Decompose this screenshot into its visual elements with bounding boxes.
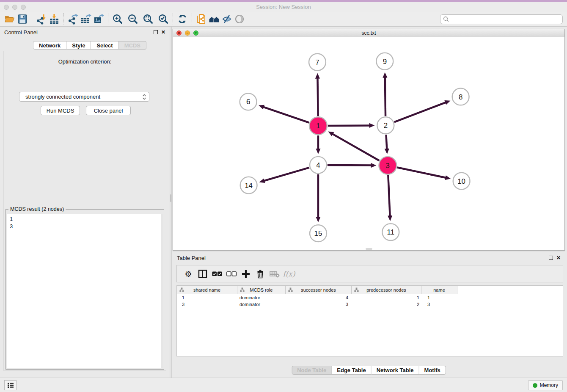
close-panel-icon[interactable]: ✕ xyxy=(161,30,165,35)
table-header-row: shared name MCDS role successor nodes pr… xyxy=(177,286,563,294)
cell-mcds-role[interactable]: dominator xyxy=(237,294,286,301)
select-all-columns-icon[interactable] xyxy=(210,268,224,280)
import-table-icon[interactable] xyxy=(48,13,61,25)
column-header-predecessor-nodes[interactable]: predecessor nodes xyxy=(352,286,421,294)
delete-table-icon[interactable] xyxy=(267,268,282,280)
search-input[interactable] xyxy=(440,14,563,24)
table-settings-icon[interactable]: ⚙ xyxy=(181,268,195,280)
graph-node-label: 15 xyxy=(314,229,322,237)
memory-button[interactable]: Memory xyxy=(528,380,563,390)
graph-edge[interactable] xyxy=(386,135,387,149)
mcds-result-value: 3 xyxy=(10,223,163,230)
column-header-shared-name[interactable]: shared name xyxy=(177,286,237,294)
tab-motifs[interactable]: Motifs xyxy=(419,366,446,375)
cell-shared-name[interactable]: 1 xyxy=(177,294,237,301)
cell-mcds-role[interactable]: dominator xyxy=(237,301,286,308)
graph-node-label: 11 xyxy=(387,228,395,236)
optimization-criterion-select[interactable]: strongly connected component xyxy=(19,92,149,102)
zoom-fit-icon[interactable] xyxy=(142,13,154,25)
table-toolbar: ⚙ f(x) xyxy=(176,265,563,282)
table-row[interactable]: 3 dominator 3 2 3 xyxy=(177,301,563,308)
save-session-icon[interactable] xyxy=(16,13,29,25)
graph-edge[interactable] xyxy=(385,77,385,116)
split-columns-icon[interactable] xyxy=(195,268,210,280)
graph-node-label: 10 xyxy=(457,177,465,185)
tab-select[interactable]: Select xyxy=(91,41,118,50)
cell-name[interactable]: 3 xyxy=(421,301,457,308)
tab-network-table[interactable]: Network Table xyxy=(372,366,419,375)
graph-edge[interactable] xyxy=(397,168,446,178)
graph-edge[interactable] xyxy=(263,107,309,122)
zoom-selected-icon[interactable] xyxy=(157,13,170,25)
mcds-result-group: MCDS result (2 nodes) 1 3 xyxy=(6,209,164,370)
node-table[interactable]: shared name MCDS role successor nodes pr… xyxy=(176,285,563,356)
cell-predecessor-nodes[interactable]: 1 xyxy=(352,294,421,301)
float-panel-icon[interactable] xyxy=(154,30,158,34)
close-network-icon[interactable]: ✕ xyxy=(176,30,182,36)
table-row[interactable]: 1 dominator 4 1 1 xyxy=(177,294,563,301)
graph-edge[interactable] xyxy=(394,102,446,122)
delete-row-icon[interactable] xyxy=(253,268,267,280)
edge-arrowhead-icon xyxy=(444,100,450,105)
cell-successor-nodes[interactable]: 4 xyxy=(286,294,352,301)
tab-edge-table[interactable]: Edge Table xyxy=(332,366,371,375)
mcds-result-list[interactable]: 1 3 xyxy=(7,214,163,368)
cell-name[interactable]: 1 xyxy=(421,294,457,301)
table-panel-tabs: Node Table Edge Table Network Table Moti… xyxy=(292,366,446,375)
edge-arrowhead-icon xyxy=(259,178,265,183)
graph-edge[interactable] xyxy=(328,165,372,166)
graph-edge[interactable] xyxy=(317,78,318,116)
import-network-icon[interactable] xyxy=(35,13,48,25)
close-table-panel-icon[interactable]: ✕ xyxy=(556,255,561,260)
task-history-button[interactable] xyxy=(4,380,17,390)
deselect-all-columns-icon[interactable] xyxy=(224,268,239,280)
show-graphics-icon[interactable] xyxy=(233,13,246,25)
tab-style[interactable]: Style xyxy=(66,41,91,50)
close-panel-button[interactable]: Close panel xyxy=(86,106,131,115)
select-spinner-icon xyxy=(142,94,146,100)
zoom-out-icon[interactable] xyxy=(127,13,139,25)
home-layouts-icon[interactable] xyxy=(208,13,220,25)
cell-predecessor-nodes[interactable]: 2 xyxy=(352,301,421,308)
graph-edge[interactable] xyxy=(264,168,309,181)
zoom-in-icon[interactable] xyxy=(111,13,124,25)
add-row-icon[interactable] xyxy=(239,268,253,280)
cell-shared-name[interactable]: 3 xyxy=(177,301,237,308)
tab-mcds[interactable]: MCDS xyxy=(119,41,146,50)
column-header-mcds-role[interactable]: MCDS role xyxy=(237,286,286,294)
graph-edge[interactable] xyxy=(388,175,390,217)
export-network-icon[interactable] xyxy=(67,13,80,25)
float-table-panel-icon[interactable] xyxy=(549,256,553,260)
new-network-from-file-icon[interactable] xyxy=(195,13,208,25)
result-scrollbar[interactable] xyxy=(161,214,163,368)
function-builder-icon[interactable]: f(x) xyxy=(282,268,296,280)
column-header-successor-nodes[interactable]: successor nodes xyxy=(286,286,352,294)
column-header-name[interactable]: name xyxy=(421,286,457,294)
main-toolbar xyxy=(0,12,567,27)
graph-edge[interactable] xyxy=(328,125,370,126)
network-window-titlebar[interactable]: ✕ − + scc.txt xyxy=(173,29,564,37)
edge-arrowhead-icon xyxy=(385,149,389,154)
graph-edge[interactable] xyxy=(332,134,380,161)
graph-node-label: 3 xyxy=(386,162,390,170)
network-canvas[interactable]: 7968124314101511 xyxy=(173,37,564,250)
memory-label: Memory xyxy=(540,382,558,388)
refresh-icon[interactable] xyxy=(176,13,189,25)
selected-criterion: strongly connected component xyxy=(25,94,142,100)
hide-graphics-icon[interactable] xyxy=(220,13,233,25)
export-image-icon[interactable] xyxy=(92,13,105,25)
graph-node-label: 14 xyxy=(245,182,253,190)
tab-node-table[interactable]: Node Table xyxy=(292,366,332,375)
edge-arrowhead-icon xyxy=(383,72,387,78)
run-mcds-button[interactable]: Run MCDS xyxy=(41,106,80,115)
export-table-icon[interactable] xyxy=(80,13,92,25)
network-view-window: ✕ − + scc.txt 7968124314101511 xyxy=(173,29,565,251)
tab-network[interactable]: Network xyxy=(33,41,66,50)
open-session-icon[interactable] xyxy=(3,13,16,25)
network-resize-grip[interactable] xyxy=(366,248,372,250)
cell-successor-nodes[interactable]: 3 xyxy=(286,301,352,308)
minimize-network-icon[interactable]: − xyxy=(185,30,190,36)
network-window-controls[interactable]: ✕ − + xyxy=(176,30,198,36)
maximize-network-icon[interactable]: + xyxy=(193,30,198,36)
control-panel-tabs: Network Style Select MCDS xyxy=(33,41,146,50)
